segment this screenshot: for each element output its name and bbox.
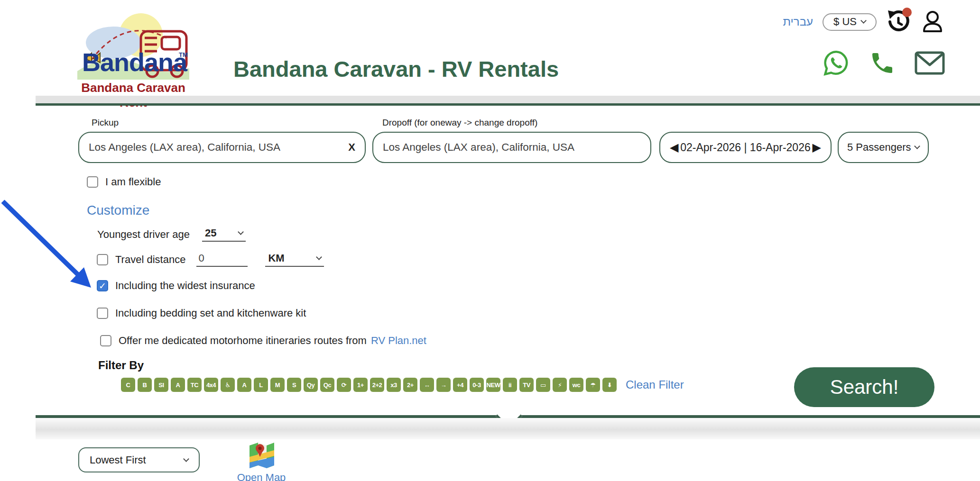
quality-c-filter-icon[interactable]: Qc [320,378,334,392]
date-range-value: 02-Apr-2026 | 16-Apr-2026 [680,141,810,154]
travel-distance-input[interactable]: 0 [196,252,248,267]
bedding-kitchenware-label: Including bedding set and kitchenware ki… [115,307,306,319]
chevron-down-icon [914,143,920,149]
notification-badge [902,8,912,17]
driver-age-select[interactable]: 25 [202,227,246,242]
open-map-button[interactable]: Open Map [234,441,289,481]
distance-unit-select[interactable]: KM [265,252,324,267]
size-small-filter-icon[interactable]: S [287,378,301,392]
rv-down-filter-icon[interactable]: ⬇ [602,378,617,392]
rv-plan-net-link[interactable]: RV Plan.net [371,335,426,347]
widest-insurance-checkbox[interactable]: ✓ [97,280,108,291]
bed-filter-icon[interactable]: ▭ [536,378,550,392]
class-a-filter-icon[interactable]: A [171,378,185,392]
chevron-down-icon [183,456,189,462]
pickup-input[interactable]: Los Angeles (LAX area), California, USA … [78,132,366,163]
customize-link[interactable]: Customize [87,203,149,218]
widest-insurance-label: Including the widest insurance [115,280,255,292]
round-trip-filter-icon[interactable]: ⟳ [337,378,351,392]
travel-distance-label: Travel distance [115,254,185,266]
wheelchair-accessible-filter-icon[interactable]: ♿ [221,378,235,392]
currency-value: $ US [833,16,857,28]
semi-integrated-filter-icon[interactable]: SI [154,378,168,392]
search-button[interactable]: Search! [794,367,934,407]
chevron-down-icon [238,229,244,235]
size-medium-filter-icon[interactable]: M [270,378,285,392]
times-three-filter-icon[interactable]: x3 [387,378,401,392]
recent-searches-button[interactable] [886,9,911,34]
horizontal-scrollbar[interactable] [36,96,980,103]
pickup-label: Pickup [92,118,119,128]
next-dates-arrow[interactable]: ▶ [813,142,821,153]
results-header-band [36,418,980,439]
driver-age-value: 25 [205,227,216,239]
travel-distance-checkbox[interactable] [97,254,108,265]
tv-filter-icon[interactable]: TV [519,378,534,392]
logo-brand-text: Bandana [82,47,187,77]
bedding-kitchenware-checkbox[interactable] [97,308,108,319]
filter-icons-row: CBSIATC4x4♿ALMSQyQc⟳1+2+2x32+↔→+40-3NEWi… [121,378,684,392]
currency-select[interactable]: $ US [823,13,877,31]
seats-2plus2-filter-icon[interactable]: 2+2 [370,378,384,392]
email-icon[interactable] [915,51,945,75]
previous-dates-arrow[interactable]: ◀ [670,142,678,153]
family-filter-icon[interactable]: ii [503,378,517,392]
date-range-picker[interactable]: ◀ 02-Apr-2026 | 16-Apr-2026 ▶ [659,132,832,163]
class-b-filter-icon[interactable]: B [138,378,152,392]
dropoff-input[interactable]: Los Angeles (LAX area), California, USA [372,132,651,163]
pickup-value: Los Angeles (LAX area), California, USA [89,141,348,154]
map-icon [247,441,276,469]
size-large-filter-icon[interactable]: L [254,378,268,392]
one-way-filter-icon[interactable]: → [436,378,451,392]
vehicle-width-filter-icon[interactable]: ↔ [420,378,434,392]
automatic-transmission-filter-icon[interactable]: A [237,378,251,392]
four-wheel-drive-filter-icon[interactable]: 4x4 [204,378,218,392]
truck-camper-filter-icon[interactable]: TC [187,378,202,392]
filter-by-title: Filter By [98,359,144,372]
ages-0-3-filter-icon[interactable]: 0-3 [470,378,484,392]
passengers-value: 5 Passengers [847,141,911,154]
shower-filter-icon[interactable]: ☂ [586,378,600,392]
company-logo[interactable]: Bandana TM Bandana Caravan Rent [69,4,198,95]
clear-pickup-button[interactable]: X [348,141,355,154]
sort-order-value: Lowest First [90,454,146,466]
checkmark-icon: ✓ [99,281,106,291]
extra-person-filter-icon[interactable]: 1+ [353,378,368,392]
dropoff-value: Los Angeles (LAX area), California, USA [383,141,641,154]
itineraries-checkbox[interactable] [100,335,111,346]
family-plus-filter-icon[interactable]: 2+ [403,378,417,392]
open-map-label: Open Map [234,472,289,481]
page: Bandana TM Bandana Caravan Rent Bandana … [0,0,980,481]
passengers-select[interactable]: 5 Passengers [838,132,929,163]
class-c-filter-icon[interactable]: C [121,378,135,392]
account-icon[interactable] [920,9,945,34]
whatsapp-icon[interactable] [823,49,850,77]
plus-four-filter-icon[interactable]: +4 [453,378,467,392]
wc-filter-icon[interactable]: wc [569,378,583,392]
quality-y-filter-icon[interactable]: Qy [304,378,318,392]
distance-unit-value: KM [268,252,284,264]
flexible-label: I am flexible [105,176,161,188]
driver-age-label: Youngest driver age [97,228,190,241]
itineraries-label: Offer me dedicated motorhome itineraries… [119,335,367,347]
new-vehicle-filter-icon[interactable]: NEW [486,378,500,392]
page-title: Bandana Caravan - RV Rentals [233,56,559,82]
dropoff-label: Dropoff (for oneway -> change dropoff) [382,118,537,128]
sort-order-select[interactable]: Lowest First [78,447,200,472]
phone-icon[interactable] [869,50,896,76]
clean-filter-link[interactable]: Clean Filter [626,378,684,391]
chevron-down-icon [860,18,867,24]
chevron-down-icon [316,254,323,260]
power-filter-icon[interactable]: ⚡ [553,378,567,392]
flexible-checkbox[interactable] [87,176,98,188]
logo-tm-mark: TM [179,51,188,58]
header-divider-line [36,103,980,106]
language-link-hebrew[interactable]: עברית [783,15,813,28]
